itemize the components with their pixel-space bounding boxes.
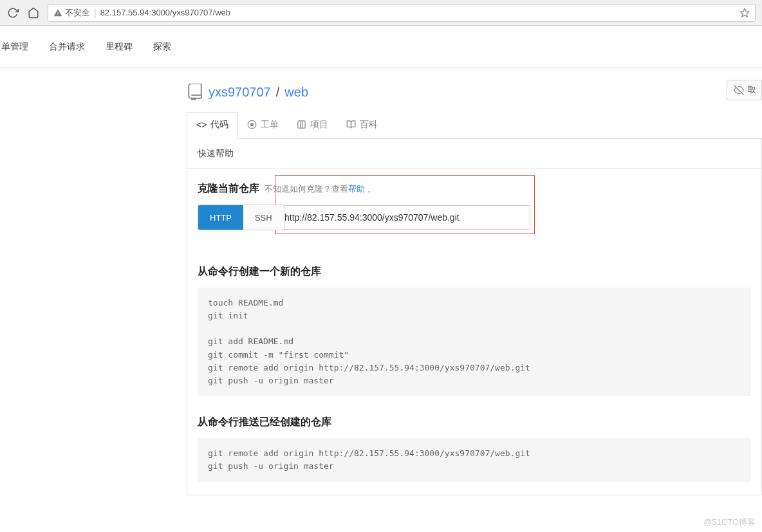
security-warning: 不安全 bbox=[53, 7, 90, 19]
tab-projects[interactable]: 项目 bbox=[288, 112, 337, 138]
push-repo-heading: 从命令行推送已经创建的仓库 bbox=[198, 416, 751, 429]
svg-rect-4 bbox=[298, 121, 305, 128]
nav-item-merge-requests[interactable]: 合并请求 bbox=[48, 41, 86, 53]
repo-owner-link[interactable]: yxs970707 bbox=[209, 85, 271, 100]
security-label: 不安全 bbox=[65, 7, 90, 19]
browser-toolbar: 不安全 | 82.157.55.94:3000/yxs970707/web bbox=[0, 0, 762, 26]
clone-protocol-tabs: HTTP SSH bbox=[198, 205, 284, 230]
quick-help-panel: 快速帮助 克隆当前仓库 不知道如何克隆？查看帮助 。 HTTP SSH 从命令行… bbox=[187, 139, 762, 495]
nav-item-milestones[interactable]: 里程碑 bbox=[104, 41, 134, 53]
wiki-icon bbox=[346, 120, 356, 129]
tab-wiki-label: 百科 bbox=[360, 119, 378, 131]
clone-url-highlight-box bbox=[275, 175, 535, 234]
global-nav: 单管理 合并请求 里程碑 探索 bbox=[0, 26, 762, 68]
repo-icon bbox=[187, 84, 203, 100]
nav-item-issue-mgmt[interactable]: 单管理 bbox=[0, 41, 30, 53]
create-repo-code[interactable]: touch README.md git init git add README.… bbox=[198, 288, 751, 396]
address-bar[interactable]: 不安全 | 82.157.55.94:3000/yxs970707/web bbox=[48, 4, 756, 22]
unwatch-label: 取 bbox=[748, 84, 756, 96]
tab-wiki[interactable]: 百科 bbox=[337, 112, 387, 138]
clone-tab-ssh[interactable]: SSH bbox=[243, 205, 284, 230]
unwatch-button[interactable]: 取 bbox=[727, 80, 762, 100]
quick-help-title: 快速帮助 bbox=[187, 139, 761, 169]
svg-marker-0 bbox=[740, 8, 748, 17]
repo-header: yxs970707 / web bbox=[187, 84, 762, 100]
clone-row: HTTP SSH bbox=[198, 205, 751, 246]
svg-point-3 bbox=[251, 124, 254, 126]
tab-code[interactable]: <> 代码 bbox=[187, 112, 238, 139]
repo-name-link[interactable]: web bbox=[284, 85, 308, 100]
repo-separator: / bbox=[276, 85, 280, 100]
tab-issues[interactable]: 工单 bbox=[238, 112, 288, 138]
projects-icon bbox=[297, 120, 306, 129]
tab-issues-label: 工单 bbox=[261, 119, 279, 131]
url-text: 82.157.55.94:3000/yxs970707/web bbox=[100, 8, 230, 17]
code-icon: <> bbox=[196, 120, 207, 130]
create-repo-heading: 从命令行创建一个新的仓库 bbox=[198, 265, 751, 279]
eye-off-icon bbox=[734, 85, 744, 95]
issues-icon bbox=[247, 120, 257, 129]
nav-item-explore[interactable]: 探索 bbox=[152, 41, 172, 53]
clone-url-input[interactable] bbox=[275, 205, 530, 230]
home-button[interactable] bbox=[27, 6, 40, 19]
url-separator: | bbox=[94, 8, 97, 18]
repo-tabs: <> 代码 工单 项目 百科 bbox=[187, 112, 762, 139]
tab-code-label: 代码 bbox=[210, 119, 228, 131]
tab-projects-label: 项目 bbox=[310, 119, 328, 131]
clone-heading: 克隆当前仓库 bbox=[198, 182, 259, 196]
push-repo-code[interactable]: git remote add origin http://82.157.55.9… bbox=[198, 438, 751, 482]
reload-button[interactable] bbox=[6, 6, 19, 19]
favorite-icon[interactable] bbox=[739, 8, 750, 18]
clone-tab-http[interactable]: HTTP bbox=[198, 205, 243, 230]
